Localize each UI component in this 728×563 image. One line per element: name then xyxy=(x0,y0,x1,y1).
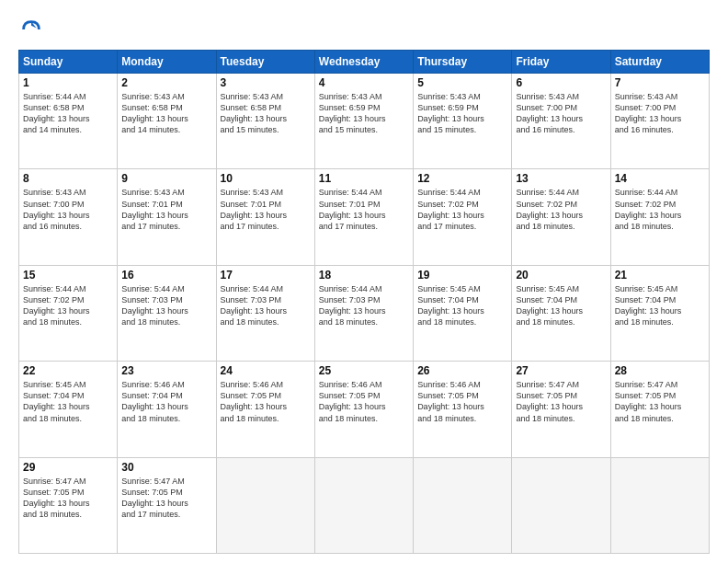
day-number: 17 xyxy=(221,269,311,282)
calendar-cell: 7Sunrise: 5:43 AM Sunset: 7:00 PM Daylig… xyxy=(610,74,709,169)
calendar-cell: 24Sunrise: 5:46 AM Sunset: 7:05 PM Dayli… xyxy=(216,362,314,457)
logo-icon xyxy=(18,17,44,42)
day-info: Sunrise: 5:47 AM Sunset: 7:05 PM Dayligh… xyxy=(23,476,113,521)
week-row-2: 8Sunrise: 5:43 AM Sunset: 7:00 PM Daylig… xyxy=(19,169,710,265)
calendar-cell xyxy=(512,457,610,553)
day-info: Sunrise: 5:47 AM Sunset: 7:05 PM Dayligh… xyxy=(121,476,211,521)
day-number: 16 xyxy=(121,269,211,282)
day-info: Sunrise: 5:44 AM Sunset: 6:58 PM Dayligh… xyxy=(23,91,113,136)
weekday-wednesday: Wednesday xyxy=(314,51,413,74)
day-info: Sunrise: 5:44 AM Sunset: 7:03 PM Dayligh… xyxy=(319,283,409,328)
day-number: 26 xyxy=(417,364,507,377)
day-number: 9 xyxy=(121,172,211,185)
calendar-cell: 27Sunrise: 5:47 AM Sunset: 7:05 PM Dayli… xyxy=(512,362,610,457)
day-number: 29 xyxy=(23,461,113,474)
day-info: Sunrise: 5:44 AM Sunset: 7:02 PM Dayligh… xyxy=(23,283,113,328)
calendar-cell: 22Sunrise: 5:45 AM Sunset: 7:04 PM Dayli… xyxy=(19,362,118,457)
day-info: Sunrise: 5:44 AM Sunset: 7:03 PM Dayligh… xyxy=(121,283,211,328)
week-row-3: 15Sunrise: 5:44 AM Sunset: 7:02 PM Dayli… xyxy=(19,265,710,361)
day-number: 19 xyxy=(417,269,507,282)
day-info: Sunrise: 5:46 AM Sunset: 7:05 PM Dayligh… xyxy=(319,379,409,424)
day-number: 2 xyxy=(121,76,211,89)
day-info: Sunrise: 5:44 AM Sunset: 7:03 PM Dayligh… xyxy=(221,283,311,328)
calendar-cell: 13Sunrise: 5:44 AM Sunset: 7:02 PM Dayli… xyxy=(512,169,610,265)
day-number: 30 xyxy=(121,461,211,474)
calendar-cell: 26Sunrise: 5:46 AM Sunset: 7:05 PM Dayli… xyxy=(414,362,512,457)
calendar-cell: 14Sunrise: 5:44 AM Sunset: 7:02 PM Dayli… xyxy=(610,169,709,265)
weekday-tuesday: Tuesday xyxy=(216,51,314,74)
day-info: Sunrise: 5:44 AM Sunset: 7:02 PM Dayligh… xyxy=(516,187,606,232)
day-number: 12 xyxy=(417,172,507,185)
calendar-cell: 9Sunrise: 5:43 AM Sunset: 7:01 PM Daylig… xyxy=(118,169,216,265)
day-number: 24 xyxy=(221,364,311,377)
calendar-header: SundayMondayTuesdayWednesdayThursdayFrid… xyxy=(19,51,710,74)
calendar-cell: 29Sunrise: 5:47 AM Sunset: 7:05 PM Dayli… xyxy=(19,457,118,553)
day-number: 7 xyxy=(615,76,705,89)
day-info: Sunrise: 5:43 AM Sunset: 7:00 PM Dayligh… xyxy=(615,91,705,136)
calendar-cell xyxy=(216,457,314,553)
day-info: Sunrise: 5:43 AM Sunset: 7:01 PM Dayligh… xyxy=(221,187,311,232)
day-number: 6 xyxy=(516,76,606,89)
day-info: Sunrise: 5:44 AM Sunset: 7:01 PM Dayligh… xyxy=(319,187,409,232)
calendar-cell: 2Sunrise: 5:43 AM Sunset: 6:58 PM Daylig… xyxy=(118,74,216,169)
week-row-1: 1Sunrise: 5:44 AM Sunset: 6:58 PM Daylig… xyxy=(19,74,710,169)
week-row-5: 29Sunrise: 5:47 AM Sunset: 7:05 PM Dayli… xyxy=(19,457,710,553)
calendar: SundayMondayTuesdayWednesdayThursdayFrid… xyxy=(18,50,710,554)
day-number: 21 xyxy=(615,269,705,282)
calendar-cell: 11Sunrise: 5:44 AM Sunset: 7:01 PM Dayli… xyxy=(314,169,413,265)
day-info: Sunrise: 5:43 AM Sunset: 7:00 PM Dayligh… xyxy=(516,91,606,136)
day-info: Sunrise: 5:47 AM Sunset: 7:05 PM Dayligh… xyxy=(516,379,606,424)
week-row-4: 22Sunrise: 5:45 AM Sunset: 7:04 PM Dayli… xyxy=(19,362,710,457)
calendar-cell: 17Sunrise: 5:44 AM Sunset: 7:03 PM Dayli… xyxy=(216,265,314,361)
day-info: Sunrise: 5:45 AM Sunset: 7:04 PM Dayligh… xyxy=(516,283,606,328)
calendar-cell xyxy=(610,457,709,553)
calendar-cell: 28Sunrise: 5:47 AM Sunset: 7:05 PM Dayli… xyxy=(610,362,709,457)
day-info: Sunrise: 5:46 AM Sunset: 7:04 PM Dayligh… xyxy=(121,379,211,424)
calendar-cell: 18Sunrise: 5:44 AM Sunset: 7:03 PM Dayli… xyxy=(314,265,413,361)
calendar-cell: 6Sunrise: 5:43 AM Sunset: 7:00 PM Daylig… xyxy=(512,74,610,169)
weekday-row: SundayMondayTuesdayWednesdayThursdayFrid… xyxy=(19,51,710,74)
day-info: Sunrise: 5:43 AM Sunset: 7:00 PM Dayligh… xyxy=(23,187,113,232)
day-info: Sunrise: 5:45 AM Sunset: 7:04 PM Dayligh… xyxy=(615,283,705,328)
calendar-cell xyxy=(314,457,413,553)
calendar-cell xyxy=(414,457,512,553)
calendar-cell: 1Sunrise: 5:44 AM Sunset: 6:58 PM Daylig… xyxy=(19,74,118,169)
calendar-cell: 16Sunrise: 5:44 AM Sunset: 7:03 PM Dayli… xyxy=(118,265,216,361)
day-number: 25 xyxy=(319,364,409,377)
calendar-cell: 23Sunrise: 5:46 AM Sunset: 7:04 PM Dayli… xyxy=(118,362,216,457)
day-number: 22 xyxy=(23,364,113,377)
weekday-friday: Friday xyxy=(512,51,610,74)
day-info: Sunrise: 5:47 AM Sunset: 7:05 PM Dayligh… xyxy=(615,379,705,424)
calendar-cell: 5Sunrise: 5:43 AM Sunset: 6:59 PM Daylig… xyxy=(414,74,512,169)
calendar-cell: 15Sunrise: 5:44 AM Sunset: 7:02 PM Dayli… xyxy=(19,265,118,361)
calendar-cell: 30Sunrise: 5:47 AM Sunset: 7:05 PM Dayli… xyxy=(118,457,216,553)
day-info: Sunrise: 5:44 AM Sunset: 7:02 PM Dayligh… xyxy=(615,187,705,232)
day-number: 23 xyxy=(121,364,211,377)
weekday-thursday: Thursday xyxy=(414,51,512,74)
calendar-cell: 21Sunrise: 5:45 AM Sunset: 7:04 PM Dayli… xyxy=(610,265,709,361)
calendar-cell: 4Sunrise: 5:43 AM Sunset: 6:59 PM Daylig… xyxy=(314,74,413,169)
day-number: 15 xyxy=(23,269,113,282)
day-number: 4 xyxy=(319,76,409,89)
day-info: Sunrise: 5:46 AM Sunset: 7:05 PM Dayligh… xyxy=(221,379,311,424)
day-info: Sunrise: 5:45 AM Sunset: 7:04 PM Dayligh… xyxy=(23,379,113,424)
calendar-cell: 19Sunrise: 5:45 AM Sunset: 7:04 PM Dayli… xyxy=(414,265,512,361)
calendar-cell: 12Sunrise: 5:44 AM Sunset: 7:02 PM Dayli… xyxy=(414,169,512,265)
day-number: 28 xyxy=(615,364,705,377)
day-info: Sunrise: 5:43 AM Sunset: 6:58 PM Dayligh… xyxy=(121,91,211,136)
day-number: 8 xyxy=(23,172,113,185)
day-info: Sunrise: 5:44 AM Sunset: 7:02 PM Dayligh… xyxy=(417,187,507,232)
day-info: Sunrise: 5:46 AM Sunset: 7:05 PM Dayligh… xyxy=(417,379,507,424)
weekday-sunday: Sunday xyxy=(19,51,118,74)
calendar-cell: 10Sunrise: 5:43 AM Sunset: 7:01 PM Dayli… xyxy=(216,169,314,265)
day-number: 3 xyxy=(221,76,311,89)
day-info: Sunrise: 5:43 AM Sunset: 7:01 PM Dayligh… xyxy=(121,187,211,232)
day-number: 1 xyxy=(23,76,113,89)
day-info: Sunrise: 5:45 AM Sunset: 7:04 PM Dayligh… xyxy=(417,283,507,328)
day-number: 13 xyxy=(516,172,606,185)
day-info: Sunrise: 5:43 AM Sunset: 6:59 PM Dayligh… xyxy=(319,91,409,136)
calendar-cell: 3Sunrise: 5:43 AM Sunset: 6:58 PM Daylig… xyxy=(216,74,314,169)
calendar-body: 1Sunrise: 5:44 AM Sunset: 6:58 PM Daylig… xyxy=(19,74,710,554)
day-number: 14 xyxy=(615,172,705,185)
calendar-cell: 25Sunrise: 5:46 AM Sunset: 7:05 PM Dayli… xyxy=(314,362,413,457)
